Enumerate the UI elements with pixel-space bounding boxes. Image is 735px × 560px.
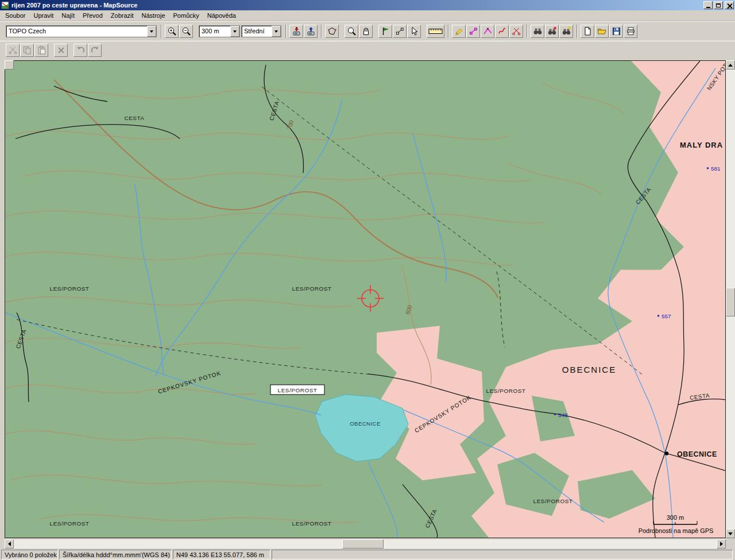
redo-arrow-icon <box>90 45 100 55</box>
close-button[interactable] <box>725 1 734 9</box>
zoom-in-icon <box>167 26 177 36</box>
open-button[interactable] <box>595 25 609 38</box>
new-document-button[interactable] <box>581 25 594 38</box>
vertical-scroll-thumb[interactable] <box>726 288 735 316</box>
chevron-down-icon <box>274 30 278 33</box>
detail-level-value: Střední <box>242 26 272 37</box>
status-bar: Vybráno 0 položek Šířka/délka hddd°mm.mm… <box>0 549 735 560</box>
new-track-button[interactable] <box>495 25 509 38</box>
product-selector-value: TOPO Czech <box>6 26 147 37</box>
menu-pomucky[interactable]: Pomůcky <box>169 11 203 20</box>
elevation-label: 557 <box>662 313 671 319</box>
arrow-left-icon <box>8 542 11 546</box>
scroll-down-button[interactable] <box>726 529 735 538</box>
menu-napoveda[interactable]: Nápověda <box>203 11 240 20</box>
map-label-les-porost: LES/POROST <box>292 285 332 292</box>
detail-level-dropdown-button[interactable] <box>272 26 281 37</box>
print-button[interactable] <box>624 25 637 38</box>
scroll-left-button[interactable] <box>5 539 14 549</box>
redo-button[interactable] <box>88 44 102 57</box>
map-tool-button[interactable] <box>325 25 339 38</box>
send-to-gps-icon <box>292 26 301 36</box>
scroll-right-button[interactable] <box>717 539 726 549</box>
vertical-scrollbar[interactable] <box>726 60 735 538</box>
minimize-button[interactable] <box>703 1 713 9</box>
distance-bearing-tool-button[interactable] <box>427 25 444 38</box>
title-bar[interactable]: rijen 2007 po ceste upravena - MapSource <box>0 0 735 10</box>
map-frame: 581 557 548 CESTA CESTA 700 MALY DRA NSK… <box>5 60 726 538</box>
pencil-icon <box>454 26 464 36</box>
copy-button[interactable] <box>20 44 34 57</box>
binoculars-red-icon <box>547 26 557 36</box>
red-track-icon <box>497 26 507 36</box>
minimize-icon <box>706 7 710 8</box>
maximize-button[interactable] <box>714 1 723 9</box>
new-route-button[interactable] <box>466 25 480 38</box>
app-icon <box>1 1 9 9</box>
chevron-down-icon <box>150 30 153 33</box>
find-button[interactable] <box>531 25 544 38</box>
find-nearest-button[interactable] <box>545 25 559 38</box>
printer-icon <box>626 26 636 36</box>
map-scale-dropdown-button[interactable] <box>230 26 239 37</box>
pan-tool-button[interactable] <box>359 25 373 38</box>
binoculars-recent-icon <box>562 26 571 36</box>
selection-tool-button[interactable] <box>407 25 421 38</box>
scale-bar-label: 300 m <box>667 514 684 521</box>
menu-najit[interactable]: Najít <box>57 11 79 20</box>
horizontal-scroll-thumb[interactable] <box>342 539 384 549</box>
hand-icon <box>361 26 371 36</box>
menu-prevod[interactable]: Převod <box>79 11 107 20</box>
map-canvas[interactable]: 581 557 548 CESTA CESTA 700 MALY DRA NSK… <box>5 61 725 538</box>
map-label-les-porost-boxed: LES/POROST <box>278 387 318 393</box>
undo-button[interactable] <box>74 44 87 57</box>
route-tool-button[interactable] <box>393 25 407 38</box>
open-folder-icon <box>597 26 607 36</box>
arrow-down-icon <box>728 532 733 535</box>
send-to-gps-button[interactable] <box>289 25 303 38</box>
product-selector[interactable]: TOPO Czech <box>6 25 157 37</box>
arrow-cursor-icon <box>409 26 419 36</box>
zoom-out-icon <box>181 26 191 36</box>
panel-splitter-box[interactable] <box>5 60 14 69</box>
arrow-right-icon <box>720 542 723 546</box>
recent-finds-button[interactable] <box>559 25 573 38</box>
zoom-out-button[interactable] <box>179 25 193 38</box>
menu-nastroje[interactable]: Nástroje <box>138 11 169 20</box>
map-label-cesta: CESTA <box>124 115 144 121</box>
menu-upravit[interactable]: Upravit <box>29 11 57 20</box>
cut-button[interactable] <box>6 44 20 57</box>
magnifier-icon <box>347 26 357 36</box>
map-label-obecnice-village: OBECNICE <box>677 450 717 458</box>
scroll-up-button[interactable] <box>726 60 735 69</box>
zoom-tool-button[interactable] <box>345 25 358 38</box>
toolbar-separator <box>161 25 162 38</box>
toolbar-separator <box>448 25 449 38</box>
status-position-format: Šířka/délka hddd°mm.mmm'(WGS 84) <box>59 550 172 559</box>
save-button[interactable] <box>609 25 623 38</box>
map-label-les-porost: LES/POROST <box>50 520 90 527</box>
receive-from-gps-button[interactable] <box>304 25 318 38</box>
main-toolbar: TOPO Czech 300 m Střední <box>0 21 735 41</box>
edit-route-button[interactable] <box>481 25 494 38</box>
mapsource-window: rijen 2007 po ceste upravena - MapSource… <box>0 0 735 560</box>
menu-soubor[interactable]: Soubor <box>1 11 29 20</box>
menu-zobrazit[interactable]: Zobrazit <box>107 11 138 20</box>
delete-button[interactable] <box>54 44 68 57</box>
split-track-button[interactable] <box>509 25 523 38</box>
waypoint-tool-button[interactable] <box>378 25 392 38</box>
toolbar-separator <box>321 25 322 38</box>
status-selection: Vybráno 0 položek <box>1 550 58 559</box>
zoom-in-button[interactable] <box>165 25 179 38</box>
map-scale-selector[interactable]: 300 m <box>199 25 240 37</box>
edit-toolbar <box>0 41 735 59</box>
horizontal-scrollbar[interactable] <box>5 539 726 549</box>
window-title: rijen 2007 po ceste upravena - MapSource <box>11 2 702 9</box>
paste-button[interactable] <box>34 44 48 57</box>
toolbar-separator <box>285 25 287 38</box>
map-label-les-porost: LES/POROST <box>486 388 526 394</box>
binoculars-icon <box>533 26 543 36</box>
product-selector-dropdown-button[interactable] <box>147 26 156 37</box>
detail-level-selector[interactable]: Střední <box>241 25 281 37</box>
new-waypoint-button[interactable] <box>452 25 466 38</box>
